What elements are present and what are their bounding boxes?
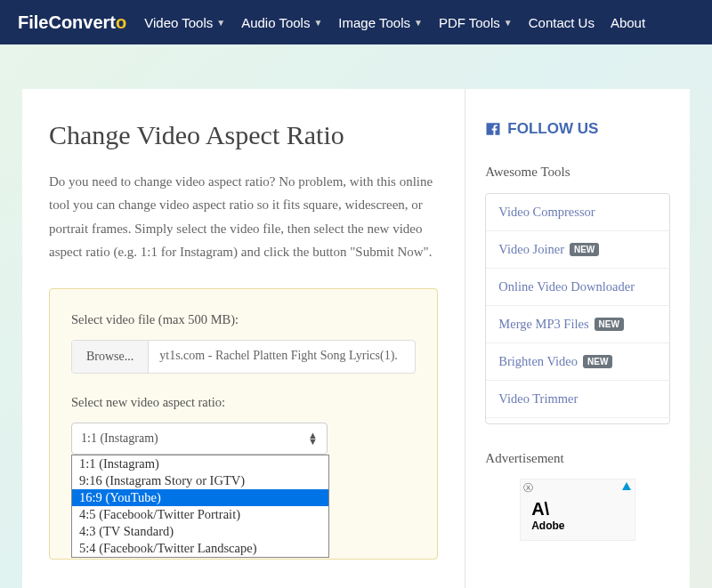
follow-us-link[interactable]: FOLLOW US: [485, 120, 670, 138]
tools-heading: Awesome Tools: [485, 165, 670, 180]
nav-items: Video Tools▼ Audio Tools▼ Image Tools▼ P…: [144, 15, 645, 30]
main-panel: Change Video Aspect Ratio Do you need to…: [22, 89, 465, 588]
tool-label: Video Compressor: [498, 205, 595, 220]
tool-item[interactable]: Merge MP3 FilesNEW: [486, 306, 669, 343]
nav-audio-tools[interactable]: Audio Tools▼: [241, 15, 322, 30]
file-input-row: Browse... yt1s.com - Rachel Platten Figh…: [71, 340, 416, 374]
aspect-ratio-select-wrap: 1:1 (Instagram) ▲▼ 1:1 (Instagram)9:16 (…: [71, 423, 416, 455]
chevron-down-icon: ▼: [504, 18, 513, 28]
page-description: Do you need to change video aspect ratio…: [49, 170, 438, 263]
tool-label: Merge MP3 Files: [498, 317, 588, 332]
form-box: Select video file (max 500 MB): Browse..…: [49, 288, 438, 560]
tool-label: Online Video Downloader: [498, 279, 635, 294]
advertisement[interactable]: ⓧ A\ Adobe: [520, 479, 635, 541]
sidebar: FOLLOW US Awesome Tools Video Compressor…: [465, 89, 690, 588]
chevron-down-icon: ▼: [414, 18, 423, 28]
chevron-down-icon: ▼: [313, 18, 322, 28]
aspect-ratio-option[interactable]: 9:16 (Instagram Story or IGTV): [72, 472, 328, 489]
aspect-ratio-option[interactable]: 5:4 (Facebook/Twitter Landscape): [72, 540, 328, 557]
tool-label: Video Trimmer: [498, 391, 578, 407]
tool-item[interactable]: Online Video Downloader: [486, 269, 669, 306]
aspect-ratio-option[interactable]: 4:3 (TV Standard): [72, 523, 328, 540]
file-name-display: yt1s.com - Rachel Platten Fight Song Lyr…: [149, 341, 415, 373]
ad-info-icon[interactable]: [622, 482, 631, 490]
nav-video-tools[interactable]: Video Tools▼: [144, 15, 225, 30]
container: Change Video Aspect Ratio Do you need to…: [0, 44, 712, 588]
select-arrows-icon: ▲▼: [308, 432, 318, 445]
nav-contact[interactable]: Contact Us: [529, 15, 595, 30]
tool-label: Video Joiner: [498, 242, 564, 257]
aspect-ratio-option[interactable]: 4:5 (Facebook/Twitter Portrait): [72, 506, 328, 523]
tool-item[interactable]: Video JoinerNEW: [486, 231, 669, 269]
chevron-down-icon: ▼: [216, 18, 225, 28]
browse-button[interactable]: Browse...: [72, 341, 149, 373]
tool-label: Brighten Video: [498, 354, 578, 369]
new-badge: NEW: [583, 355, 612, 368]
aspect-ratio-select[interactable]: 1:1 (Instagram) ▲▼: [71, 423, 328, 455]
nav-about[interactable]: About: [611, 15, 645, 30]
tools-list[interactable]: Video CompressorVideo JoinerNEWOnline Vi…: [485, 193, 670, 424]
nav-pdf-tools[interactable]: PDF Tools▼: [439, 15, 513, 30]
aspect-ratio-option[interactable]: 16:9 (YouTube): [72, 489, 328, 506]
file-label: Select video file (max 500 MB):: [71, 312, 416, 327]
new-badge: NEW: [595, 318, 624, 331]
tool-item[interactable]: Video Trimmer: [486, 381, 669, 418]
aspect-ratio-value: 1:1 (Instagram): [81, 431, 158, 446]
tool-item[interactable]: Video Compressor: [486, 194, 669, 231]
ad-heading: Advertisement: [485, 451, 670, 466]
aspect-ratio-dropdown: 1:1 (Instagram)9:16 (Instagram Story or …: [71, 455, 329, 558]
ad-close-icon[interactable]: ⓧ: [523, 481, 533, 495]
nav-image-tools[interactable]: Image Tools▼: [338, 15, 423, 30]
new-badge: NEW: [570, 243, 599, 256]
tool-item[interactable]: Brighten VideoNEW: [486, 343, 669, 381]
navbar: FileConverto Video Tools▼ Audio Tools▼ I…: [0, 0, 712, 44]
facebook-icon: [485, 121, 501, 137]
page-title: Change Video Aspect Ratio: [49, 120, 438, 150]
adobe-logo: A\ Adobe: [531, 499, 629, 532]
ratio-label: Select new video aspect ratio:: [71, 395, 416, 410]
aspect-ratio-option[interactable]: 1:1 (Instagram): [72, 455, 328, 472]
logo[interactable]: FileConverto: [18, 12, 126, 33]
